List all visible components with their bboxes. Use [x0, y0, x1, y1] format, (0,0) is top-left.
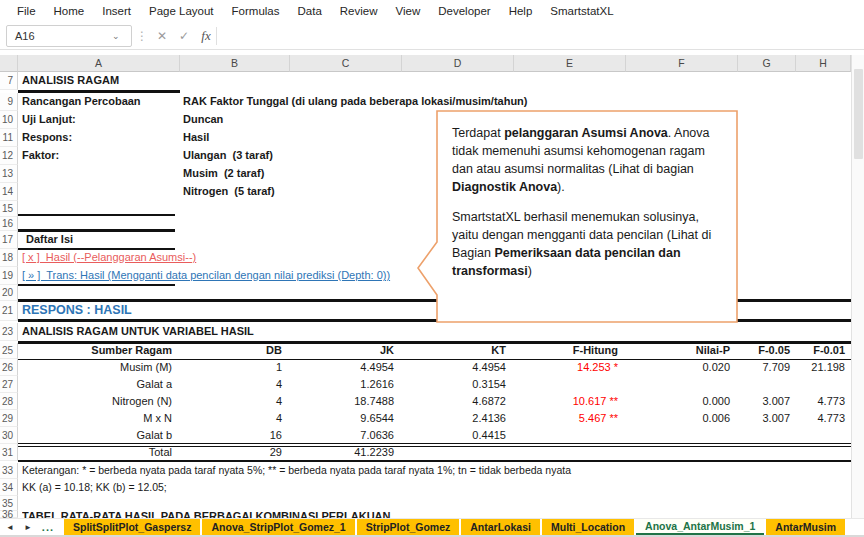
border-line-9	[18, 443, 851, 444]
row-header-17[interactable]: 17	[0, 231, 18, 249]
sheet-tab-stripplot_gomez[interactable]: StripPlot_Gomez	[357, 519, 460, 535]
sheet-tab-splitsplitplot_gaspersz[interactable]: SplitSplitPlot_Gaspersz	[64, 519, 200, 535]
border-line-8	[18, 359, 851, 360]
tab-scroll-right-icon[interactable]: ►	[24, 523, 32, 532]
section-title-analisis-ragam[interactable]: ANALISIS RAGAM	[22, 75, 119, 86]
info-value[interactable]: Duncan	[183, 114, 223, 125]
border-line-4	[18, 284, 175, 286]
respons-header[interactable]: RESPONS : HASIL	[22, 304, 132, 317]
border-line-3	[18, 248, 175, 250]
row-header-19[interactable]: 19	[0, 267, 18, 285]
row-header-15[interactable]: 15	[0, 201, 18, 217]
ribbon-tab-insert[interactable]: Insert	[93, 0, 140, 22]
anova-col-header-7[interactable]: F-0.01	[0, 345, 845, 356]
insert-function-icon[interactable]: fx	[196, 25, 216, 47]
row-header-20[interactable]: 20	[0, 285, 18, 301]
anova-cell-r27-c3[interactable]: 0.3154	[0, 379, 506, 390]
column-header-F[interactable]: F	[626, 55, 738, 72]
ribbon-tab-formulas[interactable]: Formulas	[223, 0, 289, 22]
toc-link-hasil[interactable]: [ x ] Hasil (--Pelanggaran Asumsi--)	[22, 252, 196, 263]
info-label[interactable]: Respons:	[22, 132, 72, 143]
row-header-21[interactable]: 21	[0, 301, 18, 321]
scrollbar-thumb[interactable]	[854, 69, 863, 159]
ribbon-tab-smartstatxl[interactable]: SmartstatXL	[541, 0, 622, 22]
sheet-tabs: SplitSplitPlot_GasperszAnova_StripPlot_G…	[64, 519, 847, 535]
ribbon-menubar: FileHomeInsertPage LayoutFormulasDataRev…	[0, 0, 864, 22]
anova-cell-r30-c3[interactable]: 0.4415	[0, 430, 506, 441]
row-header-11[interactable]: 11	[0, 129, 18, 147]
anova-note-kk[interactable]: KK (a) = 10.18; KK (b) = 12.05;	[22, 482, 167, 493]
select-all-button[interactable]	[0, 55, 18, 72]
column-header-G[interactable]: G	[738, 55, 796, 72]
vertical-scrollbar[interactable]	[851, 55, 864, 518]
formula-bar: A16 ⌄ ⋮ ✕ ✓ fx	[0, 22, 864, 50]
row-header-36[interactable]: 36	[0, 511, 18, 518]
ribbon-tab-page-layout[interactable]: Page Layout	[140, 0, 223, 22]
column-header-D[interactable]: D	[402, 55, 514, 72]
sheet-tab-antarlokasi[interactable]: AntarLokasi	[461, 519, 540, 535]
info-label[interactable]: Rancangan Percobaan	[22, 96, 141, 107]
ribbon-tab-data[interactable]: Data	[289, 0, 331, 22]
column-header-H[interactable]: H	[796, 55, 851, 72]
callout-bold-text: pelanggaran Asumsi Anova	[504, 126, 668, 140]
info-value[interactable]: Ulangan (3 taraf)	[183, 150, 273, 161]
info-value[interactable]: Hasil	[183, 132, 209, 143]
column-header-E[interactable]: E	[514, 55, 626, 72]
info-value[interactable]: Nitrogen (5 taraf)	[183, 186, 275, 197]
border-line-11	[18, 460, 851, 462]
border-line-7	[18, 341, 851, 344]
anova-cell-r28-c7[interactable]: 4.773	[0, 396, 845, 407]
tab-more-icon[interactable]: ...	[42, 521, 54, 533]
callout-paragraph-1: Terdapat pelanggaran Asumsi Anova. Anova…	[452, 124, 728, 196]
ribbon-tab-review[interactable]: Review	[331, 0, 387, 22]
enter-icon[interactable]: ✓	[174, 25, 194, 47]
row-header-9[interactable]: 9	[0, 93, 18, 111]
row-header-34[interactable]: 34	[0, 479, 18, 496]
anova-cell-r31-c2[interactable]: 41.2239	[0, 447, 394, 458]
column-header-A[interactable]: A	[18, 55, 180, 72]
toc-title[interactable]: Daftar Isi	[26, 234, 73, 245]
tab-scroll-left-icon[interactable]: ◄	[6, 523, 14, 532]
anova-note-keterangan[interactable]: Keterangan: * = berbeda nyata pada taraf…	[22, 465, 571, 476]
excel-window: FileHomeInsertPage LayoutFormulasDataRev…	[0, 0, 864, 537]
info-label[interactable]: Faktor:	[22, 150, 59, 161]
sheet-tab-anova_stripplot_gomez_1[interactable]: Anova_StripPlot_Gomez_1	[202, 519, 354, 535]
row-header-14[interactable]: 14	[0, 183, 18, 201]
border-line-1	[18, 214, 175, 216]
next-section-title-clipped[interactable]: TABEL RATA-RATA HASIL PADA BERBAGAI KOMB…	[22, 511, 522, 518]
border-line-10	[18, 446, 851, 447]
column-header-C[interactable]: C	[290, 55, 402, 72]
ribbon-tab-home[interactable]: Home	[45, 0, 94, 22]
name-box-chevron-icon[interactable]: ⌄	[112, 26, 120, 46]
formula-input[interactable]	[222, 25, 854, 47]
anova-cell-r29-c7[interactable]: 4.773	[0, 413, 845, 424]
info-label[interactable]: Uji Lanjut:	[22, 114, 76, 125]
row-header-7[interactable]: 7	[0, 72, 18, 90]
formula-bar-handle-icon: ⋮	[136, 25, 148, 47]
anova-cell-r26-c7[interactable]: 21.198	[0, 362, 845, 373]
toc-link-trans-hasil[interactable]: [ » ] Trans: Hasil (Mengganti data penci…	[22, 270, 390, 281]
ribbon-tab-help[interactable]: Help	[500, 0, 542, 22]
cancel-icon[interactable]: ✕	[152, 25, 172, 47]
anova-table-title[interactable]: ANALISIS RAGAM UNTUK VARIABEL HASIL	[22, 326, 254, 337]
callout-bold-text: Diagnostik Anova	[452, 180, 557, 194]
border-line-0	[18, 90, 180, 93]
sheet-tab-multi_location[interactable]: Multi_Location	[542, 519, 634, 535]
column-header-B[interactable]: B	[180, 55, 290, 72]
row-header-12[interactable]: 12	[0, 147, 18, 165]
column-headers: ABCDEFGH	[0, 55, 864, 72]
row-header-13[interactable]: 13	[0, 165, 18, 183]
callout-text-run: Terdapat	[452, 126, 504, 140]
row-header-10[interactable]: 10	[0, 111, 18, 129]
row-header-16[interactable]: 16	[0, 217, 18, 231]
row-header-23[interactable]: 23	[0, 323, 18, 341]
sheet-tab-antarmusim[interactable]: AntarMusim	[766, 519, 845, 535]
ribbon-tab-file[interactable]: File	[8, 0, 45, 22]
row-header-33[interactable]: 33	[0, 463, 18, 479]
info-value[interactable]: Musim (2 taraf)	[183, 168, 264, 179]
formula-bar-divider	[216, 27, 217, 45]
ribbon-tab-view[interactable]: View	[387, 0, 430, 22]
sheet-tab-anova_antarmusim_1[interactable]: Anova_AntarMusim_1	[636, 519, 764, 535]
ribbon-tab-developer[interactable]: Developer	[429, 0, 499, 22]
row-header-18[interactable]: 18	[0, 249, 18, 267]
